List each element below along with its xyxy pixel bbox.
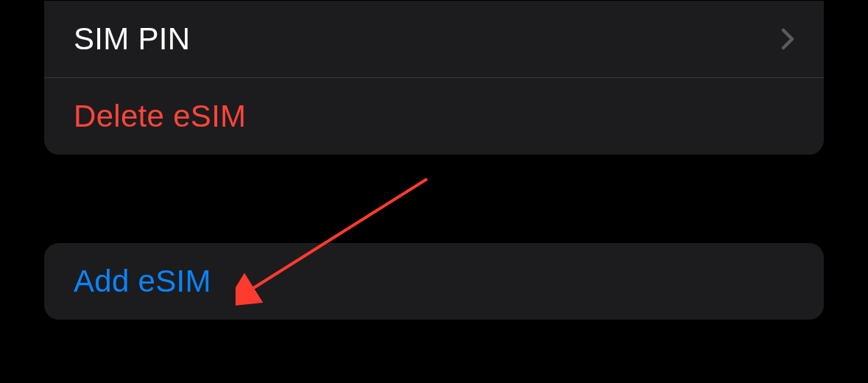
settings-group-sim: SIM PIN Delete eSIM: [44, 1, 824, 155]
chevron-right-icon: [781, 28, 794, 50]
delete-esim-row[interactable]: Delete eSIM: [44, 78, 824, 155]
add-esim-row[interactable]: Add eSIM: [44, 243, 824, 320]
settings-group-add-esim: Add eSIM: [44, 243, 824, 320]
delete-esim-label: Delete eSIM: [74, 99, 246, 134]
sim-pin-row[interactable]: SIM PIN: [44, 1, 824, 78]
sim-pin-label: SIM PIN: [74, 21, 190, 57]
add-esim-label: Add eSIM: [74, 264, 211, 299]
